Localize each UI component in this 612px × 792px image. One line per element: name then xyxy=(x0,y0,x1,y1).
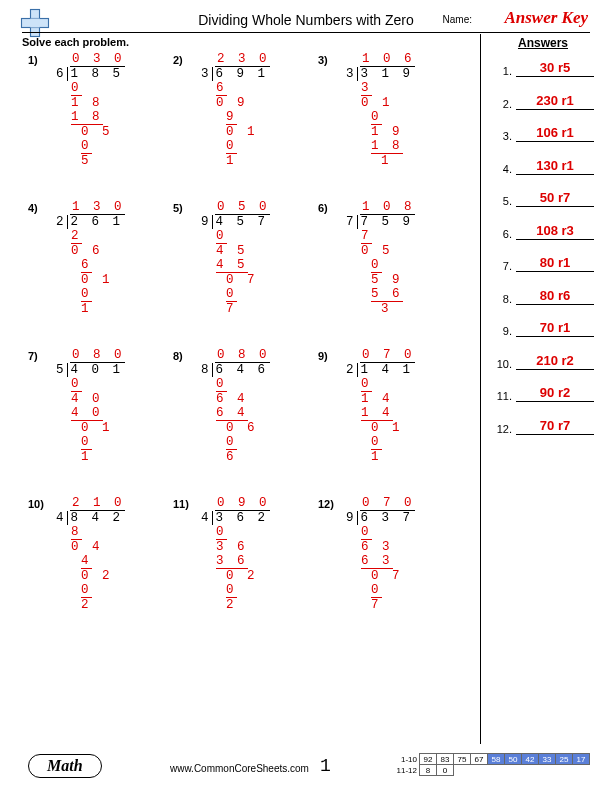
work-step: 2 xyxy=(81,598,92,612)
dividend: 4 0 1 xyxy=(67,363,124,377)
quotient: 1 3 0 xyxy=(70,200,125,215)
answer-number: 6. xyxy=(494,228,512,240)
subject-badge: Math xyxy=(28,754,102,778)
score-cell: 67 xyxy=(471,754,488,765)
divisor: 3 xyxy=(201,67,212,81)
work-step: 3 xyxy=(381,302,392,316)
work-step: 4 5 xyxy=(216,258,248,273)
work-step: 0 5 xyxy=(361,244,393,258)
answer-number: 5. xyxy=(494,195,512,207)
work-step: 0 xyxy=(71,377,82,392)
divisor: 9 xyxy=(346,511,357,525)
work-step: 3 6 xyxy=(216,554,248,569)
answer-row: 7.80 r1 xyxy=(494,255,594,272)
work-step: 0 5 xyxy=(81,125,113,139)
dividend: 3 6 2 xyxy=(212,511,269,525)
site-url: www.CommonCoreSheets.com xyxy=(170,763,309,774)
work-step: 9 xyxy=(226,110,237,125)
dividend: 1 8 5 xyxy=(67,67,124,81)
work-step: 0 1 xyxy=(81,273,113,287)
work-step: 6 xyxy=(216,81,227,96)
answer-value: 230 r1 xyxy=(516,93,594,110)
answer-value: 70 r1 xyxy=(516,320,594,337)
problems-grid: 1)0 3 061 8 501 81 80 5052)2 3 036 9 160… xyxy=(28,52,468,644)
work-step: 0 xyxy=(371,258,382,273)
work-step: 0 4 xyxy=(71,540,103,554)
work-step: 1 8 xyxy=(71,96,103,110)
long-division-work: 0 9 043 6 203 63 60 202 xyxy=(201,496,318,612)
answer-row: 5.50 r7 xyxy=(494,190,594,207)
quotient: 0 8 0 xyxy=(215,348,270,363)
score-cell: 25 xyxy=(556,754,573,765)
work-step: 0 xyxy=(216,229,227,244)
problem-number: 8) xyxy=(173,350,183,362)
answer-row: 11.90 r2 xyxy=(494,385,594,402)
answer-value: 30 r5 xyxy=(516,60,594,77)
dividend: 4 5 7 xyxy=(212,215,269,229)
answer-number: 4. xyxy=(494,163,512,175)
answer-row: 3.106 r1 xyxy=(494,125,594,142)
long-division-work: 0 8 054 0 104 04 00 101 xyxy=(56,348,173,464)
quotient: 1 0 6 xyxy=(360,52,415,67)
problem-number: 10) xyxy=(28,498,44,510)
divisor: 4 xyxy=(201,511,212,525)
work-step: 5 xyxy=(81,154,92,168)
score-cell: 33 xyxy=(539,754,556,765)
answer-row: 4.130 r1 xyxy=(494,158,594,175)
problem-cell: 11)0 9 043 6 203 63 60 202 xyxy=(173,496,318,612)
dividend: 3 1 9 xyxy=(357,67,414,81)
answer-number: 12. xyxy=(494,423,512,435)
long-division-work: 1 3 022 6 120 660 101 xyxy=(56,200,173,316)
divisor: 5 xyxy=(56,363,67,377)
work-step: 0 6 xyxy=(226,421,258,435)
problem-number: 9) xyxy=(318,350,328,362)
score-cell: 17 xyxy=(573,754,590,765)
quotient: 1 0 8 xyxy=(360,200,415,215)
answer-row: 9.70 r1 xyxy=(494,320,594,337)
dividend: 2 6 1 xyxy=(67,215,124,229)
long-division-work: 1 0 877 5 970 505 95 63 xyxy=(346,200,463,316)
work-step: 0 1 xyxy=(361,96,393,110)
dividend: 7 5 9 xyxy=(357,215,414,229)
problem-cell: 9)0 7 021 4 101 41 40 101 xyxy=(318,348,463,464)
header-rule xyxy=(22,32,590,33)
work-step: 0 xyxy=(81,583,92,598)
quotient: 0 7 0 xyxy=(360,496,415,511)
work-step: 0 xyxy=(81,139,92,154)
dividend: 6 9 1 xyxy=(212,67,269,81)
work-step: 1 xyxy=(81,302,92,316)
work-step: 4 0 xyxy=(71,406,103,421)
answer-number: 7. xyxy=(494,260,512,272)
work-step: 0 xyxy=(371,435,382,450)
divisor: 4 xyxy=(56,511,67,525)
work-step: 0 1 xyxy=(371,421,403,435)
work-step: 4 xyxy=(81,554,92,569)
work-step: 0 xyxy=(226,583,237,598)
worksheet-page: Dividing Whole Numbers with Zero Name: A… xyxy=(0,0,612,792)
long-division-work: 0 8 086 4 606 46 40 606 xyxy=(201,348,318,464)
work-step: 2 xyxy=(71,229,82,244)
divisor: 8 xyxy=(201,363,212,377)
answer-number: 10. xyxy=(494,358,512,370)
problem-cell: 6)1 0 877 5 970 505 95 63 xyxy=(318,200,463,316)
dividend: 6 4 6 xyxy=(212,363,269,377)
work-step: 0 xyxy=(226,287,237,302)
score-cell: 92 xyxy=(420,754,437,765)
long-division-work: 2 3 036 9 160 990 101 xyxy=(201,52,318,168)
answer-value: 210 r2 xyxy=(516,353,594,370)
long-division-work: 1 0 633 1 930 101 91 81 xyxy=(346,52,463,168)
score-cell: 58 xyxy=(488,754,505,765)
answer-row: 2.230 r1 xyxy=(494,93,594,110)
long-division-work: 2 1 048 4 280 440 202 xyxy=(56,496,173,612)
answer-value: 80 r6 xyxy=(516,288,594,305)
work-step: 0 xyxy=(226,139,237,154)
work-step: 7 xyxy=(371,598,382,612)
work-step: 3 6 xyxy=(216,540,248,554)
work-step: 6 xyxy=(226,450,237,464)
work-step: 3 xyxy=(361,81,372,96)
score-cell: 42 xyxy=(522,754,539,765)
work-step: 0 7 xyxy=(371,569,403,583)
answer-row: 1.30 r5 xyxy=(494,60,594,77)
work-step: 0 2 xyxy=(226,569,258,583)
work-step: 0 xyxy=(371,583,382,598)
